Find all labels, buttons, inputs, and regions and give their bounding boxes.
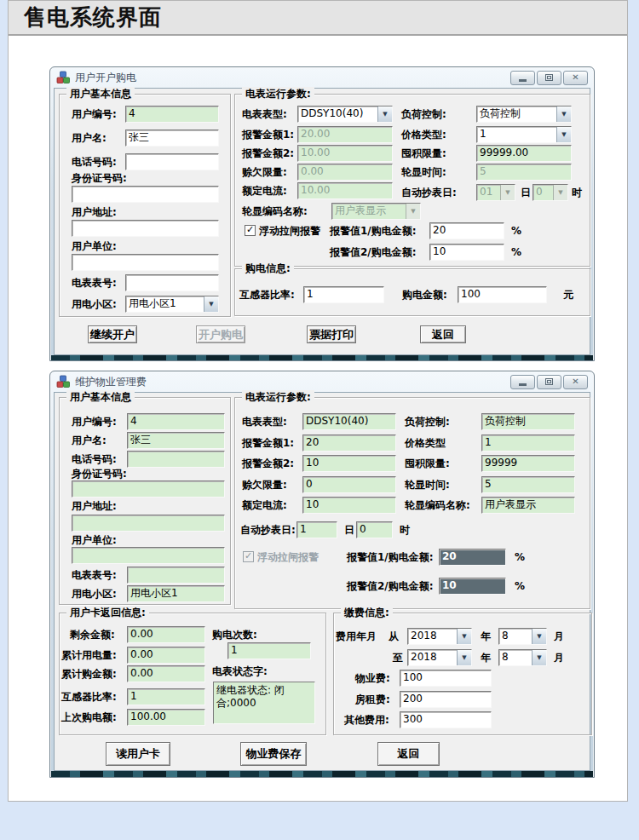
- auto-read-label: 自动抄表日:: [401, 184, 457, 201]
- period-label: 费用年月: [336, 628, 377, 645]
- district-label: 用电小区:: [72, 585, 117, 602]
- read-card-button[interactable]: 读用户卡: [106, 742, 170, 766]
- hoard-limit-field[interactable]: 99999.00: [476, 145, 572, 162]
- chevron-down-icon[interactable]: ▼: [532, 650, 546, 665]
- from-month-select[interactable]: 8 ▼: [498, 628, 547, 645]
- property-fee-field[interactable]: 100: [400, 670, 492, 687]
- dialog-open-account: 用户开户购电 ✕ 用户基本信息 用户编号: 4 用户名: 张三 电话号码: 身份…: [49, 66, 595, 361]
- to-label: 至: [393, 649, 403, 666]
- hour-suffix-label: 时: [572, 184, 582, 201]
- to-month-select[interactable]: 8 ▼: [498, 649, 547, 666]
- alarm-amount2-label: 报警金额2:: [242, 145, 294, 162]
- save-fee-button[interactable]: 物业费保存: [240, 742, 307, 766]
- purchase-count-field: 1: [227, 642, 311, 659]
- from-year-select[interactable]: 2018 ▼: [407, 628, 472, 645]
- id-card-label: 身份证号码:: [72, 465, 127, 482]
- chevron-down-icon[interactable]: ▼: [377, 106, 392, 122]
- auto-read-hour-field: 0: [356, 521, 393, 538]
- minimize-button[interactable]: [510, 375, 535, 389]
- percent-label: %: [511, 244, 521, 261]
- continue-open-button[interactable]: 继续开户: [88, 325, 137, 343]
- to-year-select[interactable]: 2018 ▼: [407, 649, 472, 666]
- restore-button[interactable]: [537, 71, 561, 85]
- print-ticket-button[interactable]: 票据打印: [307, 325, 356, 343]
- cycle-time-label: 轮显时间:: [401, 164, 446, 181]
- load-control-select[interactable]: 负荷控制 ▼: [476, 106, 572, 123]
- alarm-ratio1-field[interactable]: 20: [429, 222, 504, 239]
- remain-amount-label: 剩余金额:: [70, 626, 115, 643]
- window-bottom-edge: [51, 771, 593, 777]
- chevron-down-icon[interactable]: ▼: [553, 185, 567, 200]
- price-type-select[interactable]: 1 ▼: [476, 126, 572, 143]
- group-payment-info-legend: 缴费信息:: [341, 606, 393, 619]
- dialog-client-area: 用户基本信息 用户编号: 4 用户名: 张三 电话号码: 身份证号码: 用户地址…: [54, 392, 590, 771]
- month-suffix-label: 月: [554, 649, 564, 666]
- chevron-down-icon[interactable]: ▼: [532, 629, 546, 644]
- property-fee-label: 物业费:: [355, 670, 390, 687]
- user-name-label: 用户名:: [72, 129, 106, 147]
- meter-type-field: DDSY10(40): [302, 413, 396, 430]
- meter-no-field[interactable]: [125, 274, 219, 291]
- address-label: 用户地址:: [72, 204, 117, 221]
- float-alarm-label: 浮动拉闸报警: [257, 549, 319, 566]
- close-icon: ✕: [572, 73, 579, 82]
- group-card-return-info: 用户卡返回信息: 剩余金额: 0.00 购电次数: 累计用电量: 0.00 1 …: [59, 613, 326, 735]
- group-basic-info: 用户基本信息 用户编号: 4 用户名: 张三 电话号码: 身份证号码: 用户地址…: [59, 397, 231, 605]
- page-header: 售电系统界面: [9, 1, 627, 36]
- app-cubes-icon: [56, 375, 70, 388]
- alarm-ratio2-field[interactable]: 10: [429, 244, 504, 261]
- user-name-field[interactable]: 张三: [125, 129, 219, 147]
- other-fee-label: 其他费用:: [344, 711, 389, 728]
- user-id-field: 4: [127, 413, 225, 430]
- credit-limit-label: 赊欠限量:: [242, 164, 287, 181]
- alarm-amount1-field: 20: [302, 434, 396, 452]
- float-alarm-checkbox[interactable]: ✓: [245, 225, 256, 236]
- alarm-amount1-label: 报警金额1:: [242, 126, 294, 143]
- dialog-title: 用户开户购电: [75, 71, 505, 85]
- ct-ratio-field[interactable]: 1: [303, 286, 384, 303]
- purchase-amount-field[interactable]: 100: [458, 286, 547, 303]
- meter-no-label: 电表表号:: [72, 567, 117, 584]
- other-fee-field[interactable]: 300: [400, 711, 492, 728]
- restore-button[interactable]: [537, 375, 561, 389]
- district-select[interactable]: 用电小区1 ▼: [125, 296, 219, 313]
- alarm-ratio1-field: 20: [439, 549, 506, 566]
- close-button[interactable]: ✕: [563, 71, 588, 85]
- month-suffix-label: 月: [554, 628, 564, 645]
- group-basic-info-legend: 用户基本信息: [66, 87, 135, 101]
- address-label: 用户地址:: [72, 498, 117, 515]
- percent-label: %: [515, 549, 525, 566]
- rated-current-label: 额定电流:: [242, 182, 287, 199]
- rent-fee-field[interactable]: 200: [400, 691, 492, 708]
- alarm-ratio1-label: 报警值1/购电金额:: [330, 222, 417, 239]
- id-card-field[interactable]: [72, 186, 219, 203]
- page-title: 售电系统界面: [24, 3, 162, 32]
- back-button[interactable]: 返回: [377, 742, 440, 766]
- cum-amount-field: 0.00: [127, 665, 205, 682]
- minimize-button[interactable]: [510, 71, 535, 85]
- float-alarm-checkbox: ✓: [243, 551, 254, 562]
- user-id-field[interactable]: 4: [125, 106, 219, 123]
- chevron-down-icon[interactable]: ▼: [457, 650, 471, 665]
- float-alarm-label: 浮动拉闸报警: [259, 222, 320, 239]
- unit-field[interactable]: [72, 254, 219, 271]
- address-field[interactable]: [72, 220, 219, 237]
- group-meter-params-legend: 电表运行参数:: [242, 87, 314, 101]
- auto-read-day-select[interactable]: 01 ▼: [476, 184, 515, 201]
- district-field: 用电小区1: [127, 585, 225, 602]
- rated-current-label: 额定电流:: [242, 497, 287, 514]
- back-button[interactable]: 返回: [420, 325, 466, 343]
- phone-field[interactable]: [125, 153, 219, 170]
- chevron-down-icon[interactable]: ▼: [500, 185, 515, 200]
- dialog-property-fee: 维护物业管理费 ✕ 用户基本信息 用户编号: 4 用户名: 张三 电话号码: 身…: [49, 371, 595, 778]
- rent-fee-label: 房租费:: [355, 691, 390, 708]
- chevron-down-icon[interactable]: ▼: [556, 127, 571, 142]
- chevron-down-icon[interactable]: ▼: [556, 106, 571, 122]
- chevron-down-icon[interactable]: ▼: [204, 296, 218, 312]
- close-button[interactable]: ✕: [563, 375, 588, 389]
- chevron-down-icon[interactable]: ▼: [457, 629, 471, 644]
- ct-ratio-field: 1: [127, 688, 205, 705]
- auto-read-hour-select[interactable]: 0 ▼: [532, 184, 568, 201]
- rated-current-field: 10: [302, 497, 396, 514]
- meter-type-select[interactable]: DDSY10(40) ▼: [297, 106, 393, 123]
